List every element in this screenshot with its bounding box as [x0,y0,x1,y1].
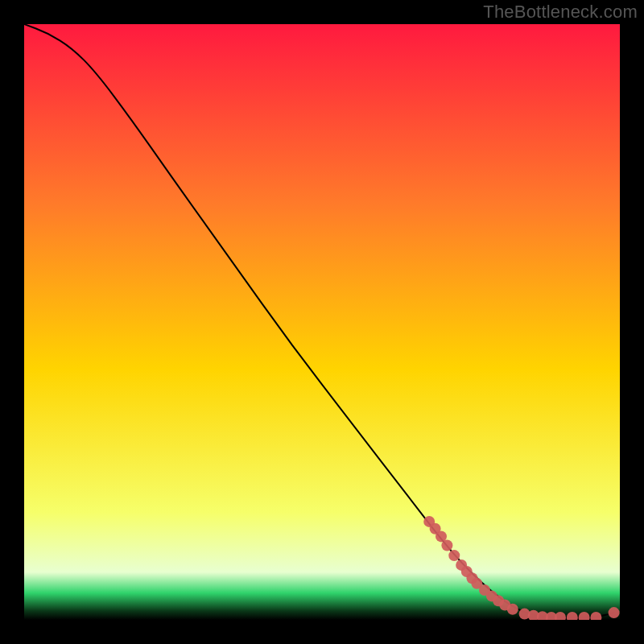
watermark-text: TheBottleneck.com [483,2,638,23]
data-marker [609,607,620,618]
data-marker [441,540,452,551]
plot-area [24,24,620,620]
chart-svg [24,24,620,620]
chart-frame: TheBottleneck.com [0,0,644,644]
data-marker [507,604,518,615]
data-marker [448,550,460,561]
gradient-background [24,24,620,620]
